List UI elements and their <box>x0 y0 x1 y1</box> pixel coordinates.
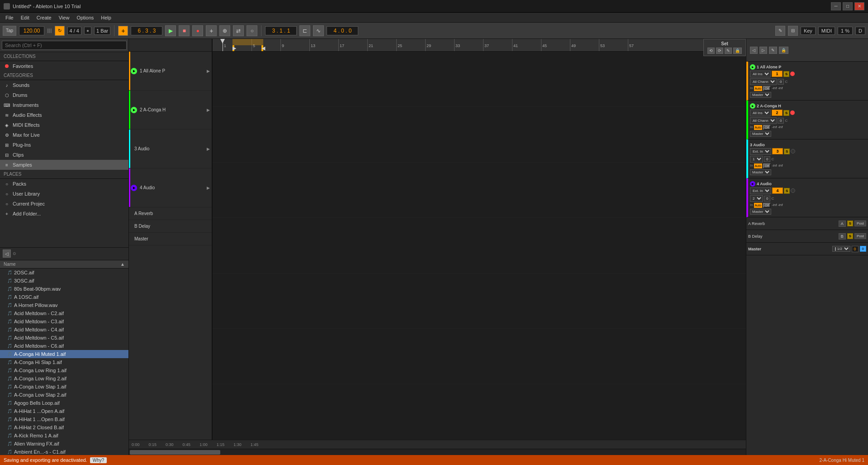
browser-item-user-library[interactable]: ○ User Library <box>0 189 128 199</box>
track2-play-btn[interactable]: ▶ <box>131 107 137 113</box>
track-lane-3[interactable] <box>213 163 746 218</box>
set-rewind-btn[interactable]: ⟲ <box>707 48 715 54</box>
browser-item-max-for-live[interactable]: ⚙ Max for Live <box>0 130 128 140</box>
track-lane-2[interactable] <box>213 107 746 162</box>
mixer-track4-auto[interactable]: Auto <box>754 203 762 208</box>
mixer-track4-channel[interactable]: 2 <box>750 195 763 202</box>
file-item-2[interactable]: 🎵80s Beat-90bpm.wav <box>0 285 128 293</box>
file-item-3[interactable]: 🎵A 1OSC.aif <box>0 293 128 301</box>
file-item-9[interactable]: 🎵Acid Meltdown - C6.aif <box>0 342 128 350</box>
browser-item-packs[interactable]: ○ Packs <box>0 179 128 189</box>
track2-expand-btn[interactable]: ▶ <box>207 108 210 112</box>
file-item-7[interactable]: 🎵Acid Meltdown - C4.aif <box>0 326 128 334</box>
mixer-track1-auto[interactable]: Auto <box>754 86 762 91</box>
menu-options[interactable]: Options <box>73 14 97 21</box>
browser-item-audio-effects[interactable]: ≋ Audio Effects <box>0 110 128 120</box>
browser-item-samples[interactable]: ≡ Samples <box>0 160 128 170</box>
file-item-13[interactable]: 🎵A-Conga Low Ring 2.aif <box>0 374 128 383</box>
file-item-20[interactable]: 🎵A-Kick Remo 1 A.aif <box>0 431 128 440</box>
play-button[interactable]: ▶ <box>165 25 176 36</box>
mixer-lock-btn[interactable]: 🔒 <box>779 47 788 54</box>
mixer-track2-off[interactable]: Off <box>763 125 771 130</box>
menu-file[interactable]: File <box>2 14 17 21</box>
arrange-scrollbar[interactable] <box>129 449 746 455</box>
file-item-19[interactable]: 🎵A-HiHat 2 Closed B.aif <box>0 423 128 431</box>
file-item-4[interactable]: 🎵A Hornet Pillow.wav <box>0 301 128 309</box>
mixer-track1-off[interactable]: Off <box>763 86 771 91</box>
menu-create[interactable]: Create <box>33 14 55 21</box>
add-button[interactable]: + <box>206 25 217 36</box>
file-item-6[interactable]: 🎵Acid Meltdown - C3.aif <box>0 317 128 326</box>
track1-play-btn[interactable]: ▶ <box>131 68 137 74</box>
loop-start-display[interactable]: 3 . 1 . 1 <box>265 26 297 35</box>
track1-expand-btn[interactable]: ▶ <box>207 69 210 73</box>
punch-button[interactable]: ⇄ <box>233 25 244 36</box>
mixer-master-pan[interactable]: 0 <box>860 246 866 252</box>
loop-type-btn1[interactable]: ⊏ <box>299 25 310 36</box>
menu-view[interactable]: View <box>55 14 73 21</box>
mixer-track1-master-sel[interactable]: Master <box>750 92 771 98</box>
mixer-back-btn[interactable]: ◁ <box>750 47 758 54</box>
mixer-track4-off[interactable]: Off <box>763 203 771 208</box>
scroll-thumb[interactable] <box>130 450 220 455</box>
mixer-track1-channel[interactable]: All Chann <box>750 78 777 85</box>
file-item-14[interactable]: 🎵A-Conga Low Slap 1.aif <box>0 383 128 391</box>
track-lane-1[interactable] <box>213 52 746 107</box>
file-item-16[interactable]: 🎵Agogo Bells Loop.aif <box>0 399 128 407</box>
loop-end-handle[interactable]: ◀ <box>261 45 263 51</box>
mixer-track3-input[interactable]: Ext. In <box>750 148 771 155</box>
loop-type-btn2[interactable]: ∿ <box>313 25 324 36</box>
mixer-track1-play[interactable]: ▶ <box>750 64 755 70</box>
maximize-button[interactable]: □ <box>843 2 853 10</box>
link-button[interactable]: ⊕ <box>219 25 230 36</box>
mixer-track3-channel[interactable]: 1 <box>750 156 763 163</box>
file-item-12[interactable]: 🎵A-Conga Low Ring 1.aif <box>0 366 128 374</box>
mixer-track2-master-sel[interactable]: Master <box>750 131 771 137</box>
tap-button[interactable]: Tap <box>3 26 16 36</box>
menu-help[interactable]: Help <box>97 14 115 21</box>
mixer-track1-s[interactable]: S <box>783 71 789 77</box>
mixer-track3-off[interactable]: Off <box>763 163 771 168</box>
browser-item-clips[interactable]: ⊟ Clips <box>0 150 128 160</box>
mixer-track2-s[interactable]: S <box>783 110 789 116</box>
status-why-btn[interactable]: Why? <box>90 457 107 463</box>
menu-edit[interactable]: Edit <box>17 14 33 21</box>
end-display[interactable]: 4 . 0 . 0 <box>327 26 358 35</box>
browser-item-current-project[interactable]: ○ Current Projec <box>0 199 128 209</box>
stop-button[interactable]: ■ <box>179 25 190 36</box>
browser-item-sounds[interactable]: ♪ Sounds <box>0 80 128 90</box>
browser-item-instruments[interactable]: ⌨ Instruments <box>0 100 128 110</box>
set-pencil-btn[interactable]: ✎ <box>725 48 732 54</box>
loop-button[interactable]: ↻ <box>55 26 65 36</box>
file-item-0[interactable]: 🎵2OSC.aif <box>0 268 128 277</box>
mixer-reverb-s[interactable]: S <box>847 221 853 226</box>
track-lane-reverb[interactable] <box>213 273 746 329</box>
click-button[interactable]: ○ <box>247 25 257 36</box>
track3-expand-btn[interactable]: ▶ <box>207 147 210 151</box>
file-item-22[interactable]: 🎵Ambient En...-s - C1.aif <box>0 448 128 455</box>
mixer-track2-auto[interactable]: Auto <box>754 125 762 130</box>
file-item-15[interactable]: 🎵A-Conga Low Slap 2.aif <box>0 391 128 399</box>
file-item-18[interactable]: 🎵A-HiHat 1 ...Open B.aif <box>0 415 128 423</box>
file-item-21[interactable]: 🎵Alien Warning FX.aif <box>0 440 128 448</box>
file-item-10[interactable]: 🎵A-Conga Hi Muted 1.aif <box>0 350 128 358</box>
file-item-8[interactable]: 🎵Acid Meltdown - C5.aif <box>0 334 128 342</box>
mixer-pencil-btn[interactable]: ✎ <box>769 47 777 54</box>
draw-btn[interactable]: ✎ <box>775 26 785 36</box>
track4-play-btn[interactable]: ▶ <box>131 185 137 191</box>
browser-item-plug-ins[interactable]: ⊞ Plug-Ins <box>0 140 128 150</box>
file-item-11[interactable]: 🎵A-Conga Hi Slap 1.aif <box>0 358 128 366</box>
mixer-track3-s[interactable]: S <box>784 149 790 154</box>
browser-item-midi-effects[interactable]: ◈ MIDI Effects <box>0 120 128 130</box>
mixer-delay-post[interactable]: Post <box>854 233 866 239</box>
mixer-track4-s[interactable]: S <box>784 188 790 194</box>
mixer-track4-master-sel[interactable]: Master <box>750 209 771 215</box>
close-button[interactable]: ✕ <box>854 2 864 10</box>
track-lane-master[interactable] <box>213 384 746 440</box>
set-lock-btn[interactable]: 🔒 <box>733 48 742 54</box>
bpm-display[interactable]: 120.00 <box>19 26 44 35</box>
mixer-track3-master-sel[interactable]: Master <box>750 169 771 175</box>
mixer-track4-input[interactable]: Ext. In <box>750 187 771 194</box>
loop-start-handle[interactable]: ▶ <box>232 45 234 51</box>
arrange-record-btn[interactable]: + <box>118 26 128 36</box>
